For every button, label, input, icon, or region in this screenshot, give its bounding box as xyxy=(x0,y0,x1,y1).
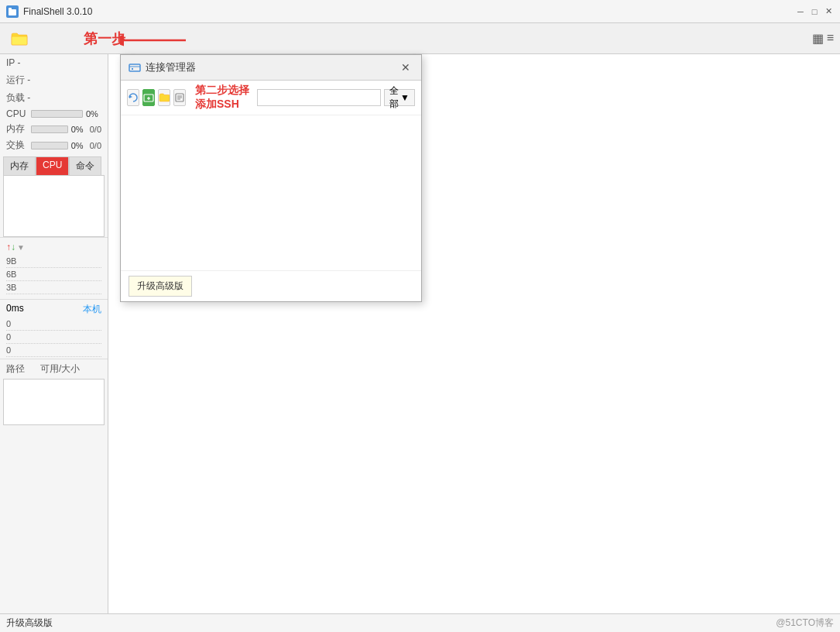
swap-progress-bar xyxy=(31,142,68,149)
dialog-title-bar: 连接管理器 ✕ xyxy=(121,55,421,81)
dialog-all-label: 全部 xyxy=(389,84,399,111)
tab-cmd[interactable]: 命令 xyxy=(69,156,101,175)
latency-val-1: 0 xyxy=(6,318,101,331)
app-title: FinalShell 3.0.10 xyxy=(23,6,92,17)
disk-size-label: 可用/大小 xyxy=(40,362,80,376)
dialog-content-area xyxy=(121,115,421,270)
swap-progress-value: 0% xyxy=(71,141,87,150)
disk-path-label: 路径 xyxy=(6,362,25,376)
dialog-search-input[interactable] xyxy=(257,89,381,106)
folder-icon xyxy=(11,32,28,46)
open-folder-button[interactable] xyxy=(6,29,33,48)
window-controls: ─ □ ✕ xyxy=(795,6,834,17)
step-two-label: 第二步选择添加SSH xyxy=(195,84,254,112)
disk-area xyxy=(3,379,105,425)
dialog-dropdown-icon: ▼ xyxy=(400,92,410,103)
latency-section: 0ms 本机 0 0 0 xyxy=(0,299,108,359)
network-section: ↑ ↓ ▼ 9B 6B 3B xyxy=(0,237,108,299)
watermark: @51CTO博客 xyxy=(776,617,834,630)
latency-header: 0ms 本机 xyxy=(0,301,108,318)
network-value-2: 6B xyxy=(6,268,101,281)
latency-val-2: 0 xyxy=(6,331,101,344)
sidebar-ip-label: IP - xyxy=(6,57,28,68)
dialog-all-button[interactable]: 全部 ▼ xyxy=(384,89,415,106)
bottom-bar: 升级高级版 @51CTO博客 xyxy=(0,613,840,632)
disk-section: 路径 可用/大小 xyxy=(0,359,108,428)
dialog-footer: 升级高级版 xyxy=(121,270,421,301)
app-icon xyxy=(6,5,19,18)
toolbar-right: ▦ ≡ xyxy=(812,31,834,46)
latency-local: 本机 xyxy=(83,303,101,316)
dialog-title-left: 连接管理器 xyxy=(129,60,196,74)
dialog-upgrade-button[interactable]: 升级高级版 xyxy=(129,276,192,297)
download-icon: ↓ xyxy=(11,242,15,252)
tab-cpu[interactable]: CPU xyxy=(36,156,69,175)
network-more-icon: ▼ xyxy=(17,243,25,252)
sidebar-run-row: 运行 - xyxy=(0,71,108,89)
latency-values: 0 0 0 xyxy=(0,318,108,357)
svg-rect-4 xyxy=(129,64,140,71)
sidebar-run-label: 运行 - xyxy=(6,74,30,87)
title-bar: FinalShell 3.0.10 ─ □ ✕ xyxy=(0,0,840,23)
minimize-button[interactable]: ─ xyxy=(795,6,806,17)
bottom-upgrade-button[interactable]: 升级高级版 xyxy=(6,617,53,630)
mem-progress-value: 0% xyxy=(71,125,87,134)
sidebar-tabs: 内存 CPU 命令 xyxy=(3,156,105,175)
title-bar-left: FinalShell 3.0.10 xyxy=(6,5,92,18)
dialog-edit-button[interactable] xyxy=(173,89,186,106)
network-value-1: 9B xyxy=(6,255,101,268)
swap-extra: 0/0 xyxy=(90,141,101,150)
network-arrows-row: ↑ ↓ ▼ xyxy=(0,241,108,253)
sidebar: IP - 运行 - 负载 - CPU 0% 内存 0% 0/0 xyxy=(0,54,108,632)
step-one-label: 第一步 xyxy=(84,29,125,48)
dialog-refresh-button[interactable] xyxy=(127,89,139,106)
cpu-progress-value: 0% xyxy=(86,109,101,118)
dialog-folder-button[interactable] xyxy=(158,89,170,106)
close-button[interactable]: ✕ xyxy=(823,6,834,17)
list-view-icon[interactable]: ≡ xyxy=(827,31,834,46)
sidebar-swap-label: 交换 xyxy=(6,139,28,152)
svg-rect-1 xyxy=(9,8,12,10)
grid-view-icon[interactable]: ▦ xyxy=(812,31,824,46)
sidebar-swap-row: 交换 0% 0/0 xyxy=(0,137,108,153)
arrow-step-one xyxy=(120,29,197,51)
sidebar-mem-row: 内存 0% 0/0 xyxy=(0,121,108,137)
dialog-close-button[interactable]: ✕ xyxy=(398,60,413,75)
sidebar-ip-row: IP - xyxy=(0,54,108,71)
mem-extra: 0/0 xyxy=(90,125,101,134)
connection-manager-icon xyxy=(129,61,141,74)
mem-progress-bar xyxy=(31,125,68,133)
dialog-toolbar: 第二步选择添加SSH 全部 ▼ xyxy=(121,81,421,115)
dialog-add-button[interactable] xyxy=(142,89,155,106)
cpu-progress-bar xyxy=(31,110,83,118)
network-values: 9B 6B 3B xyxy=(0,253,108,296)
svg-rect-0 xyxy=(9,9,16,15)
network-value-3: 3B xyxy=(6,281,101,294)
latency-val-3: 0 xyxy=(6,344,101,357)
disk-header: 路径 可用/大小 xyxy=(0,361,108,377)
connection-manager-dialog: 连接管理器 ✕ xyxy=(120,54,422,302)
sidebar-load-label: 负载 - xyxy=(6,91,30,105)
sidebar-mem-label: 内存 xyxy=(6,122,28,136)
maximize-button[interactable]: □ xyxy=(809,6,820,17)
svg-rect-6 xyxy=(132,68,133,70)
sidebar-cpu-row: CPU 0% xyxy=(0,107,108,121)
latency-ms: 0ms xyxy=(6,303,24,316)
svg-marker-7 xyxy=(129,95,132,98)
sidebar-cpu-label: CPU xyxy=(6,108,28,119)
dialog-title-text: 连接管理器 xyxy=(146,60,196,74)
sidebar-chart xyxy=(3,175,105,237)
main-toolbar: 第一步 ▦ ≡ xyxy=(0,23,840,54)
sidebar-load-row: 负载 - xyxy=(0,89,108,107)
tab-mem[interactable]: 内存 xyxy=(3,156,36,175)
